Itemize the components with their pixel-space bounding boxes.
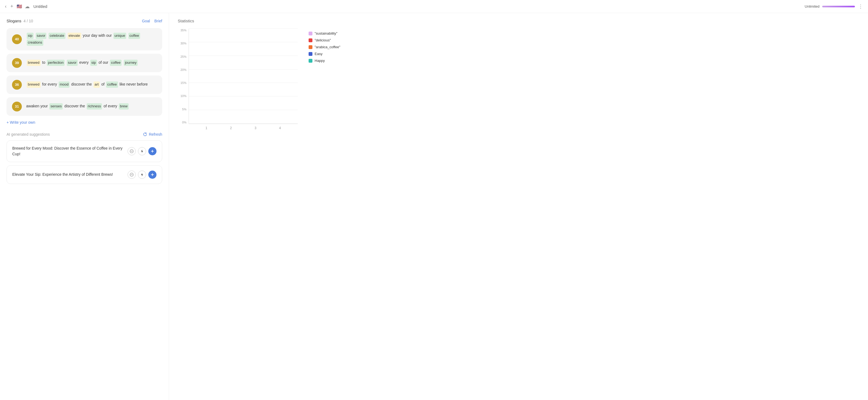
tag: mood: [59, 81, 70, 88]
legend-color: [309, 52, 312, 56]
topbar-left: ‹ + 🇺🇸 ☁ Untitled: [4, 3, 47, 10]
legend-label: "arabica_coffee": [315, 45, 340, 49]
refresh-button[interactable]: Refresh: [143, 132, 162, 136]
goal-button[interactable]: Goal: [142, 19, 150, 23]
y-label: 25%: [181, 55, 186, 58]
brief-button[interactable]: Brief: [154, 19, 162, 23]
tag: brew: [119, 103, 129, 109]
tag: journey: [124, 60, 138, 66]
add-button-2[interactable]: [148, 171, 156, 179]
legend-color: [309, 38, 312, 42]
tag: savor: [36, 33, 46, 39]
y-label: 10%: [181, 94, 186, 98]
tag: sip: [90, 60, 97, 66]
x-label: 3: [255, 126, 256, 130]
chart-container: 35% 30% 25% 20% 15% 10% 5% 0%: [178, 29, 298, 132]
ai-header: AI generated suggestions Refresh: [6, 132, 162, 136]
tag: sip: [27, 33, 34, 39]
score-badge-1: 40: [12, 34, 22, 44]
y-label: 30%: [181, 42, 186, 45]
plus-icon: [151, 173, 154, 176]
minus-circle-icon: [130, 149, 133, 153]
magic-button-2[interactable]: [138, 171, 146, 179]
svg-marker-7: [141, 173, 143, 176]
panel-count: 4 / 10: [24, 19, 33, 23]
slogan-text-1: sip savor celebrate elevate your day wit…: [26, 32, 157, 46]
x-label: 1: [206, 126, 208, 130]
slogan-card-3: 36 brewed for every mood discover the ar…: [6, 75, 162, 94]
ai-section: AI generated suggestions Refresh Brewed …: [6, 132, 162, 184]
slogan-text-3: brewed for every mood discover the art o…: [26, 81, 157, 88]
legend-label: "delicious": [315, 38, 331, 42]
topbar-right: Unlimited ⋮: [805, 3, 864, 10]
magic-button-1[interactable]: [138, 147, 146, 155]
chart-body: [189, 29, 298, 124]
right-panel: Statistics 35% 30% 25% 20% 15% 10% 5% 0%: [169, 13, 868, 400]
legend-item-arabica: "arabica_coffee": [309, 45, 340, 49]
x-label: 2: [230, 126, 232, 130]
bars-row: [189, 29, 298, 124]
slogan-text-2: brewed to perfection savor every sip of …: [26, 59, 157, 66]
stats-title: Statistics: [178, 19, 859, 23]
legend-item-sustainability: "sustainability": [309, 31, 340, 35]
unlimited-bar: [822, 6, 855, 7]
flag-icon: 🇺🇸: [17, 4, 22, 9]
topbar: ‹ + 🇺🇸 ☁ Untitled Unlimited ⋮: [0, 0, 868, 13]
lightning-icon: [140, 173, 144, 176]
suggestion-actions-1: [128, 147, 156, 155]
tag: savor: [67, 60, 78, 66]
y-label: 20%: [181, 68, 186, 71]
tag: coffee: [106, 81, 118, 88]
tag: unique: [114, 33, 126, 39]
tag: art: [94, 81, 100, 88]
add-button[interactable]: +: [10, 3, 14, 10]
main-layout: Slogans 4 / 10 Goal Brief 40 sip savor c…: [0, 13, 868, 400]
svg-marker-2: [141, 149, 143, 153]
ai-section-title: AI generated suggestions: [6, 132, 50, 136]
tag: coffee: [128, 33, 140, 39]
slogan-card-1: 40 sip savor celebrate elevate your day …: [6, 28, 162, 51]
suggestion-text-2: Elevate Your Sip: Experience the Artistr…: [12, 172, 123, 177]
tag: senses: [49, 103, 63, 109]
tag: richness: [87, 103, 102, 109]
y-label: 35%: [181, 29, 186, 32]
back-button[interactable]: ‹: [4, 3, 7, 10]
y-label: 5%: [182, 108, 186, 111]
x-label: 4: [279, 126, 281, 130]
suggestion-text-1: Brewed for Every Mood: Discover the Esse…: [12, 145, 123, 157]
tag: brewed: [27, 81, 41, 88]
suggestion-actions-2: [128, 171, 156, 179]
dislike-button-1[interactable]: [128, 147, 136, 155]
unlimited-bar-fill: [822, 6, 855, 7]
lightning-icon: [140, 149, 144, 153]
y-axis: 35% 30% 25% 20% 15% 10% 5% 0%: [178, 29, 189, 124]
dislike-button-2[interactable]: [128, 171, 136, 179]
panel-title: Slogans: [6, 19, 21, 23]
tag: brewed: [27, 60, 41, 66]
legend-label: Happy: [315, 59, 325, 63]
tag: celebrate: [49, 33, 65, 39]
score-badge-4: 31: [12, 102, 22, 111]
score-badge-2: 39: [12, 58, 22, 68]
legend-color: [309, 45, 312, 49]
write-own-button[interactable]: + Write your own: [6, 119, 35, 126]
tag: elevate: [68, 33, 81, 39]
minus-circle-icon: [130, 173, 133, 176]
slogan-card-2: 39 brewed to perfection savor every sip …: [6, 54, 162, 72]
legend-item-easy: Easy: [309, 52, 340, 56]
tag: creations: [27, 39, 43, 46]
legend-color: [309, 59, 312, 63]
left-panel: Slogans 4 / 10 Goal Brief 40 sip savor c…: [0, 13, 169, 400]
refresh-icon: [143, 132, 147, 136]
plus-icon: [151, 149, 154, 153]
add-button-1[interactable]: [148, 147, 156, 155]
more-menu-button[interactable]: ⋮: [858, 3, 864, 10]
slogan-text-4: awaken your senses discover the richness…: [26, 103, 157, 110]
cloud-icon: ☁: [25, 4, 30, 9]
legend-item-happy: Happy: [309, 59, 340, 63]
panel-header: Slogans 4 / 10 Goal Brief: [6, 19, 162, 23]
y-label: 15%: [181, 81, 186, 85]
tag: perfection: [47, 60, 65, 66]
chart-area: 35% 30% 25% 20% 15% 10% 5% 0%: [178, 29, 859, 132]
panel-header-right: Goal Brief: [142, 19, 162, 23]
